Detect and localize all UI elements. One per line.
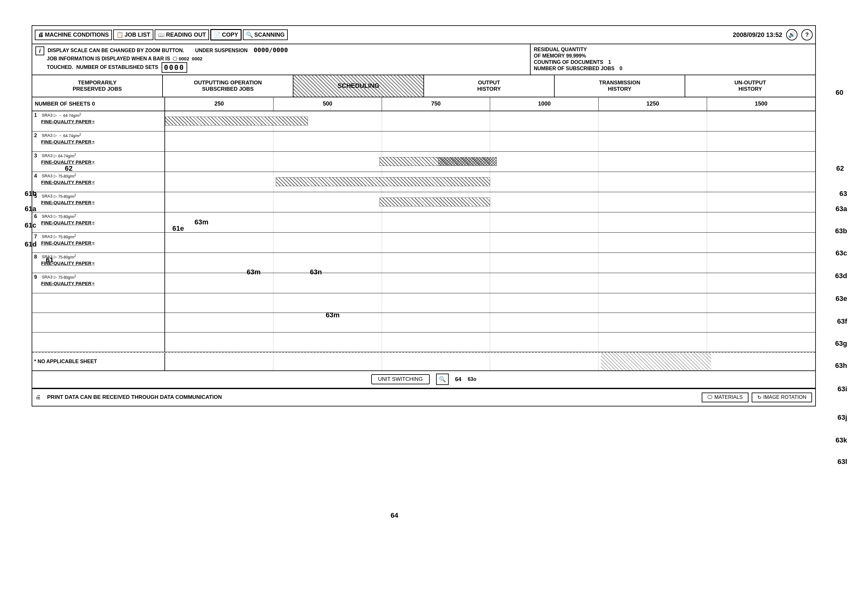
bar-4: [276, 177, 490, 186]
ref-63m-3: 63m: [326, 311, 340, 319]
suspension-label: UNDER SUSPENSION: [195, 48, 248, 53]
info-right-panel: RESIDUAL QUANTITY OF MEMORY 99.999% COUN…: [531, 44, 815, 75]
sets-value: 0000: [162, 62, 187, 73]
datetime-display: 2008/09/20 13:52 🔊 ?: [733, 29, 813, 40]
main-chart-area: NUMBER OF SHEETS 0 250 500 750 1000 1250…: [32, 97, 816, 389]
ref-61b: 61b: [25, 190, 37, 198]
ref-62-right: 62: [836, 164, 844, 172]
tab-bar: TEMPORARILY PRESERVED JOBS OUTPUTTING OP…: [32, 75, 816, 97]
search-btn[interactable]: 🔍: [436, 373, 449, 385]
subscribed-value: 0: [619, 66, 622, 71]
ref-61e: 61e: [172, 224, 184, 233]
job-row-8[interactable]: 8 SRA3 ▷ 75-80g/m2 FINE-QUALITY PAPER ≡: [32, 253, 815, 273]
info-icon: i: [35, 46, 44, 55]
machine-conditions-btn[interactable]: 🖨 MACHINE CONDITIONS: [35, 30, 112, 40]
job-chart-1: [165, 111, 815, 131]
tab-output-history[interactable]: OUTPUT HISTORY: [424, 75, 555, 97]
ref-63e: 63e: [836, 295, 847, 303]
tab-transmission-history[interactable]: TRANSMISSION HISTORY: [555, 75, 685, 97]
job-row-2[interactable]: 2 SRA3 ▷ → 64-74g/m2 FINE-QUALITY PAPER …: [32, 132, 815, 152]
ref-61a: 61a: [25, 205, 36, 213]
scale-750: 750: [382, 97, 490, 111]
ref-63n: 63n: [310, 268, 322, 276]
ref-63f: 63f: [837, 317, 847, 326]
machine-icon: 🖨: [38, 32, 44, 38]
scale-250: 250: [165, 97, 274, 111]
ref-63b: 63b: [835, 227, 847, 235]
ref-63h: 63h: [835, 362, 847, 370]
scale-1500: 1500: [707, 97, 815, 111]
ref-63a: 63a: [836, 205, 847, 213]
ref-62: 62: [65, 164, 72, 172]
job-info-4: 4 SRA3 ▷ 75-80g/m2 FINE-QUALITY PAPER ≡: [32, 172, 165, 192]
job-info-5: 5 SRA3 ▷ 75-80g/m2 FINE-QUALITY PAPER ≡: [32, 192, 165, 212]
ref-60: 60: [836, 89, 843, 97]
job-info-9: 9 SRA3 ▷ 75-80g/m2 FINE-QUALITY PAPER ≡: [32, 273, 165, 293]
job-row-3[interactable]: 3 SRA3 ▷ 64-74g/m2 FINE-QUALITY PAPER ≡: [32, 152, 815, 172]
job-row-1[interactable]: 1 SRA3 ▷ → 64-74g/m2 FINE-QUALITY PAPER …: [32, 111, 815, 132]
no-applicable-chart: [165, 353, 815, 370]
empty-row-2: [32, 313, 815, 332]
empty-row-3: [32, 332, 815, 352]
job-row-5[interactable]: 5 SRA3 ▷ 75-80g/m2 FINE-QUALITY PAPER ≡: [32, 192, 815, 212]
tab-preserved-jobs[interactable]: TEMPORARILY PRESERVED JOBS: [32, 75, 163, 97]
unit-switching-btn[interactable]: UNIT SWITCHING: [371, 374, 430, 384]
counting-value: 1: [608, 60, 611, 65]
scale-number: 64: [455, 376, 461, 383]
residual-value: OF MEMORY 99.999%: [534, 53, 586, 59]
ref-61: 61: [46, 256, 54, 264]
ref-61d: 61d: [25, 240, 37, 249]
ref-63j: 63j: [838, 413, 847, 422]
ref-63g: 63g: [835, 339, 847, 348]
audio-btn[interactable]: 🔊: [786, 29, 797, 40]
nav-bar: 🖨 MACHINE CONDITIONS 📋 JOB LIST 📖 READIN…: [32, 25, 816, 44]
info-bar: i DISPLAY SCALE CAN BE CHANGED BY ZOOM B…: [32, 44, 816, 75]
print-icon: 🖨: [35, 394, 41, 401]
job-row-4[interactable]: 4 SRA3 ▷ 75-80g/m2 FINE-QUALITY PAPER ≡: [32, 172, 815, 192]
tab-scheduling[interactable]: SCHEDULING: [294, 75, 424, 97]
ref-63c: 63c: [836, 249, 847, 257]
chart-scales: 250 500 750 1000 1250 1500: [165, 97, 815, 111]
materials-btn[interactable]: 🖵 MATERIALS: [702, 393, 748, 402]
job-row-6[interactable]: 6 SRA3 ▷ 75-80g/m2 FINE-QUALITY PAPER ≡: [32, 212, 815, 233]
reading-out-btn[interactable]: 📖 READING OUT: [155, 29, 209, 40]
copy-icon: 📄: [214, 31, 221, 38]
reading-icon: 📖: [158, 31, 165, 38]
job-info-3: 3 SRA3 ▷ 64-74g/m2 FINE-QUALITY PAPER ≡: [32, 152, 165, 172]
joblist-icon: 📋: [116, 31, 123, 38]
scanning-icon: 🔍: [246, 31, 253, 38]
copy-btn[interactable]: 📄 COPY: [210, 29, 242, 40]
scale-label: 63o: [468, 376, 477, 382]
residual-label: RESIDUAL QUANTITY: [534, 47, 587, 52]
sets-label: NUMBER OF ESTABLISHED SETS: [76, 65, 158, 70]
ref-64: 64: [391, 512, 398, 519]
image-rotation-btn[interactable]: ↻ IMAGE ROTATION: [752, 393, 812, 402]
job-list-btn[interactable]: 📋 JOB LIST: [113, 29, 153, 40]
bar-1: [165, 117, 308, 126]
help-btn[interactable]: ?: [801, 29, 813, 40]
bar-5: [379, 198, 490, 206]
job-chart-3: [165, 152, 815, 172]
info-left-panel: i DISPLAY SCALE CAN BE CHANGED BY ZOOM B…: [32, 44, 531, 75]
no-applicable-hatch: [601, 353, 711, 370]
job-row-7[interactable]: 7 SRA3 ▷ 75-80g/m2 FINE-QUALITY PAPER ≡: [32, 233, 815, 253]
job-info-6: 6 SRA3 ▷ 75-80g/m2 FINE-QUALITY PAPER ≡: [32, 212, 165, 232]
tab-unoutput-history[interactable]: UN-OUTPUT HISTORY: [685, 75, 815, 97]
scanning-btn[interactable]: 🔍 SCANNING: [243, 29, 288, 40]
ref-63d: 63d: [835, 272, 847, 280]
job-chart-6: [165, 212, 815, 232]
ref-61c: 61c: [25, 221, 36, 229]
ref-63i: 63i: [838, 385, 847, 393]
page-container: 🖨 MACHINE CONDITIONS 📋 JOB LIST 📖 READIN…: [32, 25, 816, 588]
job-chart-5: [165, 192, 815, 212]
job-chart-8: [165, 253, 815, 273]
tab-subscribed-jobs[interactable]: OUTPUTTING OPERATION SUBSCRIBED JOBS: [163, 75, 294, 97]
footer-bar: 🖨 PRINT DATA CAN BE RECEIVED THROUGH DAT…: [32, 389, 816, 406]
ref-63m-1: 63m: [194, 218, 208, 226]
counting-label: COUNTING OF DOCUMENTS: [534, 60, 604, 65]
job-info-7: 7 SRA3 ▷ 75-80g/m2 FINE-QUALITY PAPER ≡: [32, 233, 165, 252]
scale-1000: 1000: [490, 97, 599, 111]
job-info-1: 1 SRA3 ▷ → 64-74g/m2 FINE-QUALITY PAPER …: [32, 111, 165, 131]
footer-right-buttons: 🖵 MATERIALS ↻ IMAGE ROTATION: [702, 393, 812, 402]
job-row-9[interactable]: 9 SRA3 ▷ 75-80g/m2 FINE-QUALITY PAPER ≡: [32, 273, 815, 293]
